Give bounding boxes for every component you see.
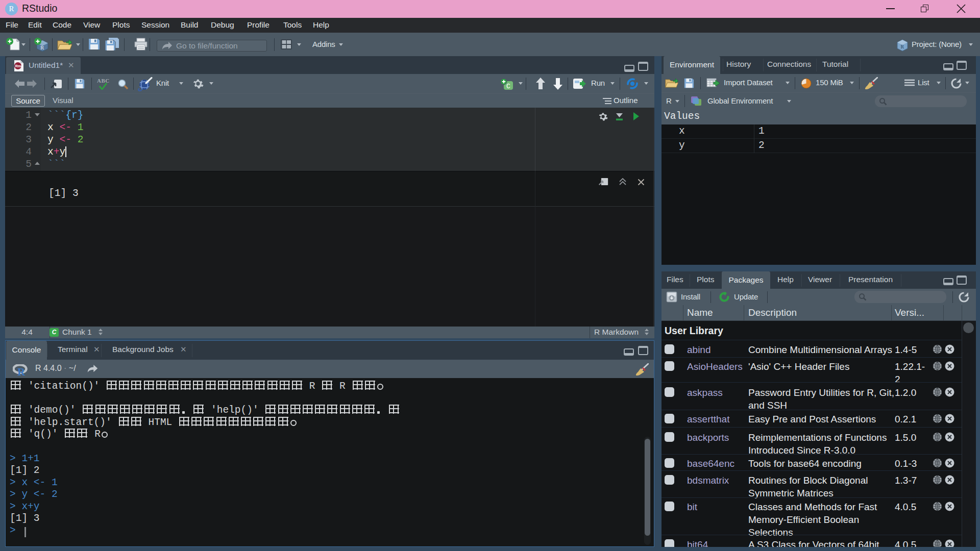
- svg-text:R: R: [17, 366, 26, 377]
- svg-text:Rmd: Rmd: [15, 64, 23, 68]
- svg-text:R: R: [901, 44, 904, 49]
- svg-text:C: C: [506, 83, 510, 90]
- svg-text:R: R: [40, 44, 44, 51]
